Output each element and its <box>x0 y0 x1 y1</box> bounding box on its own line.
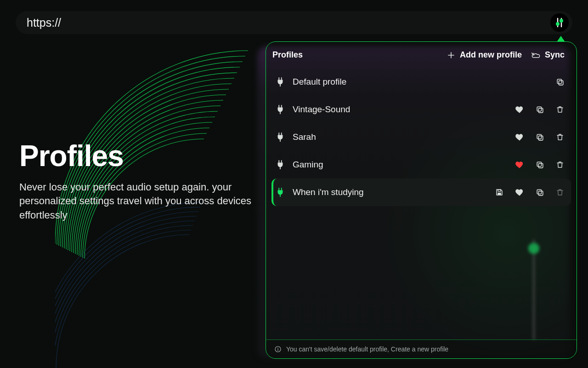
plug-icon <box>275 132 285 142</box>
add-profile-button[interactable]: Add new profile <box>447 50 522 60</box>
extension-button[interactable] <box>550 13 569 32</box>
profile-name: Default profile <box>293 77 548 87</box>
copy-icon[interactable] <box>535 160 544 169</box>
profile-name: Gaming <box>293 160 508 170</box>
heart-icon[interactable] <box>515 160 524 169</box>
plug-icon <box>275 77 285 86</box>
heart-icon[interactable] <box>515 132 524 142</box>
profile-list: Default profile Vintage-Sound Sarah Gami… <box>266 63 577 206</box>
svg-rect-30 <box>537 190 542 194</box>
address-bar: https:// <box>16 11 572 34</box>
copy-icon[interactable] <box>535 132 544 142</box>
svg-rect-23 <box>537 162 542 167</box>
copy-icon[interactable] <box>535 105 544 114</box>
svg-point-3 <box>560 19 563 23</box>
svg-rect-29 <box>538 191 543 196</box>
profile-row[interactable]: Vintage-Sound <box>271 96 571 123</box>
svg-rect-12 <box>538 108 543 113</box>
sync-icon <box>531 51 540 59</box>
footer-text: You can't save/delete default profile, C… <box>286 345 448 353</box>
sync-button[interactable]: Sync <box>531 50 565 60</box>
address-url[interactable]: https:// <box>27 16 61 29</box>
sync-label: Sync <box>545 50 565 60</box>
copy-icon[interactable] <box>535 188 544 197</box>
trash-icon[interactable] <box>555 105 565 114</box>
svg-rect-17 <box>538 136 543 140</box>
plug-icon <box>275 105 285 114</box>
profile-row[interactable]: When i'm studying <box>271 178 571 206</box>
plug-icon <box>275 160 285 169</box>
svg-rect-13 <box>537 107 542 111</box>
add-profile-label: Add new profile <box>460 50 522 60</box>
trash-icon[interactable] <box>555 188 565 197</box>
svg-rect-27 <box>498 190 501 191</box>
hero-subtitle: Never lose your perfect audio setup agai… <box>19 180 254 222</box>
profile-name: Vintage-Sound <box>293 104 508 115</box>
svg-rect-28 <box>498 193 501 195</box>
svg-rect-18 <box>537 134 542 139</box>
svg-point-2 <box>556 22 560 26</box>
footer-note: You can't save/delete default profile, C… <box>266 339 577 358</box>
save-icon[interactable] <box>495 188 504 197</box>
plus-icon <box>447 51 455 59</box>
hero: Profiles Never lose your perfect audio s… <box>19 139 258 222</box>
svg-point-33 <box>277 347 278 348</box>
trash-icon[interactable] <box>555 132 565 142</box>
svg-rect-7 <box>559 80 563 85</box>
plug-icon <box>275 188 285 197</box>
copy-icon[interactable] <box>555 77 565 86</box>
info-icon <box>274 345 282 353</box>
profile-row[interactable]: Sarah <box>271 123 571 151</box>
popup-pointer <box>557 36 565 42</box>
hero-title: Profiles <box>19 139 258 173</box>
equalizer-icon <box>554 17 565 28</box>
heart-icon[interactable] <box>515 188 524 197</box>
profile-name: When i'm studying <box>293 187 487 197</box>
svg-rect-8 <box>557 79 562 84</box>
svg-rect-22 <box>538 163 543 168</box>
panel-title: Profiles <box>272 50 438 60</box>
profile-row[interactable]: Default profile <box>271 68 571 96</box>
profile-name: Sarah <box>293 132 508 142</box>
heart-icon[interactable] <box>515 105 524 114</box>
trash-icon[interactable] <box>555 160 565 169</box>
profile-row[interactable]: Gaming <box>271 151 571 178</box>
profiles-panel: Profiles Add new profile Sync Default pr… <box>266 41 577 359</box>
